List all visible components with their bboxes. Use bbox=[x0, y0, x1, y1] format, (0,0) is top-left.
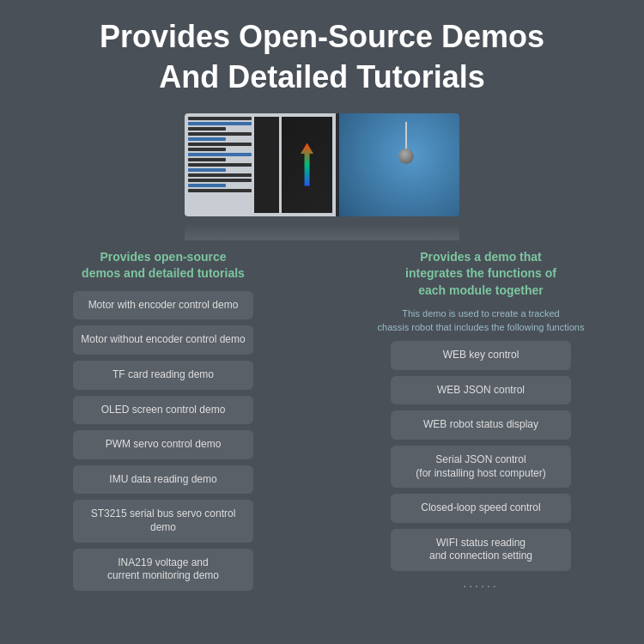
demo-button-wifi[interactable]: WIFI status reading and connection setti… bbox=[391, 529, 571, 571]
demo-button-pwm-servo[interactable]: PWM servo control demo bbox=[73, 430, 253, 459]
demo-button-web-robot-status[interactable]: WEB robot status display bbox=[391, 410, 571, 440]
demo-button-ina219[interactable]: INA219 voltage and current monitoring de… bbox=[73, 549, 253, 591]
demo-button-motor-no-encoder[interactable]: Motor without encoder control demo bbox=[73, 325, 253, 355]
demo-button-web-json[interactable]: WEB JSON control bbox=[391, 376, 571, 405]
right-column-description: This demo is used to create a tracked ch… bbox=[369, 307, 593, 334]
screen-left-panel bbox=[185, 113, 336, 216]
demo-button-serial-json[interactable]: Serial JSON control (for installing host… bbox=[391, 446, 571, 488]
left-column-heading: Provides open-source demos and detailed … bbox=[73, 249, 253, 283]
demo-button-motor-encoder[interactable]: Motor with encoder control demo bbox=[73, 291, 253, 320]
page-title: Provides Open-Source Demos And Detailed … bbox=[65, 0, 579, 106]
left-column: Provides open-source demos and detailed … bbox=[9, 249, 318, 644]
screen-right-panel bbox=[339, 113, 459, 216]
screenshot-preview bbox=[185, 113, 459, 216]
pendulum-decoration bbox=[405, 122, 407, 156]
demo-button-oled[interactable]: OLED screen control demo bbox=[73, 396, 253, 425]
demo-button-closed-loop[interactable]: Closed-loop speed control bbox=[391, 494, 571, 523]
demo-button-imu[interactable]: IMU data reading demo bbox=[73, 465, 253, 495]
page-wrapper: Provides Open-Source Demos And Detailed … bbox=[0, 0, 644, 644]
demo-button-web-key[interactable]: WEB key control bbox=[391, 341, 571, 370]
demo-button-st3215[interactable]: ST3215 serial bus servo control demo bbox=[73, 500, 253, 542]
right-column-heading: Provides a demo that integrates the func… bbox=[397, 249, 565, 300]
demo-button-tf-card[interactable]: TF card reading demo bbox=[73, 361, 253, 390]
two-column-section: Provides open-source demos and detailed … bbox=[9, 249, 635, 644]
more-items-dots: ······ bbox=[463, 579, 498, 592]
right-column: Provides a demo that integrates the func… bbox=[326, 249, 635, 644]
screenshot-reflection bbox=[185, 223, 459, 240]
